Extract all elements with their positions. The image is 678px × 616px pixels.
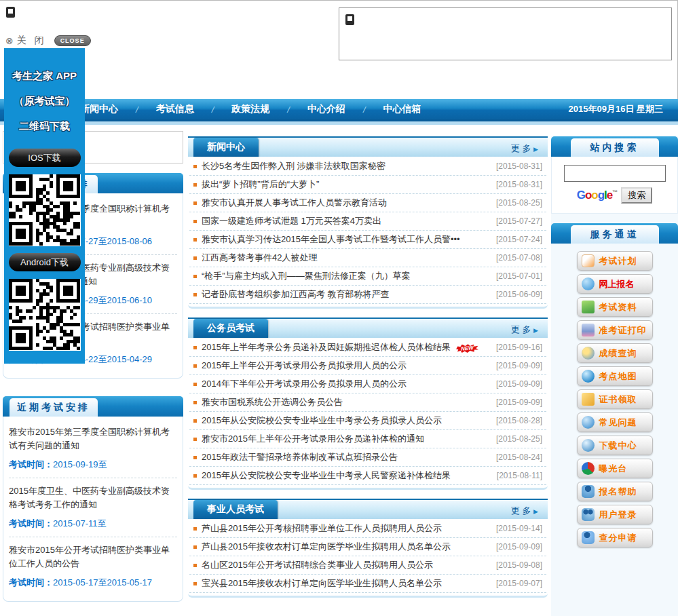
news-link[interactable]: “枪手”与雇主均或入刑——聚焦刑法修正案（九）草案 bbox=[202, 270, 496, 282]
online-registration-button[interactable]: 网上报名 bbox=[577, 274, 653, 294]
android-download-button[interactable]: Android下载 bbox=[9, 253, 81, 271]
civil-date: [2015-08-25] bbox=[496, 434, 542, 444]
ticket-print-button[interactable]: 准考证打印 bbox=[577, 320, 653, 340]
ios-download-button[interactable]: IOS下载 bbox=[9, 149, 81, 167]
civil-exam-title: 公务员考试 bbox=[193, 319, 268, 338]
bullet-icon bbox=[193, 293, 197, 296]
list-item: 雅安市2015年公开考试招聘医护类事业单位工作人员的公告 考试时间：2015-0… bbox=[9, 537, 177, 596]
time-value: 2015-09-19至 bbox=[53, 459, 107, 469]
notice-link[interactable]: 2015年度卫生、中医药专业副高级技术资格考试考务工作的通知 bbox=[9, 484, 177, 512]
bullet-icon bbox=[193, 275, 197, 278]
career-date: [2015-09-09] bbox=[496, 542, 542, 552]
news-link[interactable]: 雅安市认真开展人事考试工作人员警示教育活动 bbox=[202, 197, 496, 209]
news-link[interactable]: 记者卧底替考组织参加江西高考 教育部称将严查 bbox=[202, 288, 496, 301]
exam-plan-button[interactable]: 考试计划 bbox=[577, 251, 653, 271]
bullet-icon bbox=[193, 183, 197, 187]
bullet-icon bbox=[193, 456, 197, 459]
news-link[interactable]: 拔出“萝卜招聘”背后的“大萝卜” bbox=[202, 178, 496, 191]
news-more-link[interactable]: 更 多 ▶ bbox=[511, 142, 538, 155]
nav-item-center-intro[interactable]: 中心介绍 bbox=[290, 103, 363, 115]
popup-close-button[interactable]: CLOSE bbox=[54, 35, 91, 46]
civil-link[interactable]: 2015年上半年公开考试录用公务员拟录用人员的公示 bbox=[202, 360, 496, 372]
career-exam-list: 芦山县2015年公开考核招聘事业单位工作人员拟聘用人员公示[2015-09-14… bbox=[188, 519, 548, 598]
news-link[interactable]: 长沙5名考生因作弊入刑 涉嫌非法获取国家秘密 bbox=[202, 160, 496, 172]
exam-site-map-button[interactable]: 考点地图 bbox=[577, 366, 653, 386]
career-link[interactable]: 名山区2015年公开考试招聘综合类事业人员拟聘用人员公示 bbox=[202, 559, 496, 571]
person-search-icon bbox=[582, 531, 595, 544]
search-input[interactable] bbox=[564, 165, 666, 182]
career-link[interactable]: 宝兴县2015年接收农村订单定向医学毕业生拟聘人员名单公示 bbox=[202, 577, 496, 590]
exam-schedule-header: 近期考试安排 bbox=[3, 396, 183, 417]
career-link[interactable]: 芦山县2015年接收农村订单定向医学毕业生拟聘用人员名单公示 bbox=[202, 541, 496, 553]
civil-date: [2015-09-16] bbox=[496, 343, 542, 352]
certificate-pickup-button[interactable]: 证书领取 bbox=[577, 389, 653, 409]
career-date: [2015-09-14] bbox=[496, 524, 542, 533]
notice-link[interactable]: 雅安市2015年第三季度全国职称计算机考试有关问题的通知 bbox=[9, 425, 177, 453]
civil-link[interactable]: 2015年政法干警招录培养体制改革试点班招录公告 bbox=[202, 451, 496, 463]
civil-link[interactable]: 2014年下半年公开考试录用公务员拟录用人员的公示 bbox=[202, 378, 496, 390]
exam-materials-button[interactable]: 考试资料 bbox=[577, 297, 653, 317]
right-column: 站内搜索 Google™ 搜索 服务通道 考试计划 网上报名 考试资料 准考证打… bbox=[551, 136, 678, 616]
bullet-icon bbox=[193, 256, 197, 260]
faq-button[interactable]: 常见问题 bbox=[577, 412, 653, 432]
notice-link[interactable]: 雅安市2015年公开考试招聘医护类事业单位工作人员的公告 bbox=[9, 543, 177, 571]
service-buttons: 考试计划 网上报名 考试资料 准考证打印 成绩查询 考点地图 证书领取 常见问题… bbox=[551, 244, 678, 547]
time-label: 考试时间： bbox=[9, 459, 53, 469]
popup-panel: 考生之家 APP （原考试宝） 二维码下载 IOS下载 Android下载 bbox=[4, 48, 85, 364]
search-button[interactable]: 搜索 bbox=[621, 187, 652, 204]
career-more-link[interactable]: 更 多 ▶ bbox=[511, 505, 538, 517]
popup-close-link[interactable]: 关 闭 bbox=[17, 35, 47, 47]
news-row: 雅安市认真开展人事考试工作人员警示教育活动[2015-08-25] bbox=[189, 194, 546, 212]
news-link[interactable]: 雅安市认真学习传达2015年全国人事考试工作暨考试工作人员警••• bbox=[202, 233, 496, 246]
nav-item-policy[interactable]: 政策法规 bbox=[214, 103, 287, 115]
main-nav: 新闻中心 / 考试信息 / 政策法规 / 中心介绍 / 中心信箱 2015年09… bbox=[0, 99, 678, 119]
career-date: [2015-09-08] bbox=[496, 560, 542, 570]
nav-item-mailbox[interactable]: 中心信箱 bbox=[366, 103, 439, 115]
bullet-icon bbox=[193, 474, 197, 478]
civil-row: 雅安市2015年上半年公开考试录用公务员递补体检的通知[2015-08-25] bbox=[189, 430, 546, 448]
nav-strip bbox=[0, 121, 678, 125]
civil-date: [2015-09-09] bbox=[496, 379, 542, 389]
career-row: 名山区2015年公开考试招聘综合类事业人员拟聘用人员公示[2015-09-08] bbox=[189, 556, 546, 575]
bullet-icon bbox=[193, 201, 197, 205]
civil-exam-header: 公务员考试 更 多 ▶ bbox=[188, 317, 548, 338]
google-logo: Google™ bbox=[577, 189, 618, 202]
civil-link[interactable]: 2015年从公安院校公安专业毕业生中考录公务员拟录人员公示 bbox=[202, 415, 496, 427]
civil-link[interactable]: 2015年上半年考录公务员递补及因妊娠期推迟体检人员体检结果NEW bbox=[202, 341, 496, 353]
exposure-platform-button[interactable]: 曝光台 bbox=[577, 459, 653, 478]
certificate-icon bbox=[582, 393, 595, 406]
registration-help-button[interactable]: 报名帮助 bbox=[577, 482, 653, 501]
bullet-icon bbox=[193, 346, 197, 349]
score-query-button[interactable]: 成绩查询 bbox=[577, 343, 653, 363]
news-link[interactable]: 国家一级建造师考试泄题 1万元买答案4万卖出 bbox=[202, 215, 496, 227]
civil-link[interactable]: 雅安市国税系统公开选调公务员公告 bbox=[202, 396, 496, 408]
user-login-button[interactable]: 用户登录 bbox=[577, 505, 653, 524]
civil-more-link[interactable]: 更 多 ▶ bbox=[511, 324, 538, 336]
score-recheck-button[interactable]: 查分申请 bbox=[577, 528, 653, 547]
civil-row: 2015年上半年考录公务员递补及因妊娠期推迟体检人员体检结果NEW[2015-0… bbox=[189, 339, 546, 357]
bullet-icon bbox=[193, 545, 197, 549]
news-row: 记者卧底替考组织参加江西高考 教育部称将严查[2015-06-09] bbox=[189, 286, 546, 304]
civil-link[interactable]: 雅安市2015年上半年公开考试录用公务员递补体检的通知 bbox=[202, 433, 496, 445]
news-date: [2015-07-27] bbox=[496, 216, 542, 226]
download-center-button[interactable]: 下载中心 bbox=[577, 436, 653, 455]
career-link[interactable]: 芦山县2015年公开考核招聘事业单位工作人员拟聘用人员公示 bbox=[202, 522, 496, 535]
exam-schedule-panel: 雅安市2015年第三季度全国职称计算机考试有关问题的通知 考试时间：2015-0… bbox=[3, 417, 183, 602]
news-date: [2015-08-25] bbox=[496, 198, 542, 208]
bullet-icon bbox=[193, 383, 197, 386]
bullet-icon bbox=[193, 220, 197, 223]
two-persons-icon bbox=[582, 508, 595, 521]
news-date: [2015-08-31] bbox=[496, 161, 542, 171]
civil-date: [2015-08-24] bbox=[496, 453, 542, 462]
career-exam-title: 事业人员考试 bbox=[193, 500, 278, 519]
news-title: 新闻中心 bbox=[193, 138, 259, 157]
pie-chart-icon bbox=[582, 462, 595, 475]
books-icon bbox=[582, 301, 595, 313]
exam-schedule-title: 近期考试安排 bbox=[10, 398, 98, 417]
pencil-paper-icon bbox=[582, 254, 595, 267]
nav-item-exam-info[interactable]: 考试信息 bbox=[138, 103, 212, 115]
civil-link[interactable]: 2015年从公安院校公安专业毕业生中考录人民警察递补体检结果 bbox=[202, 469, 497, 482]
career-exam-header: 事业人员考试 更 多 ▶ bbox=[188, 499, 548, 519]
news-link[interactable]: 江西高考替考事件42人被处理 bbox=[202, 252, 496, 264]
news-row: 拔出“萝卜招聘”背后的“大萝卜”[2015-08-31] bbox=[189, 176, 546, 194]
